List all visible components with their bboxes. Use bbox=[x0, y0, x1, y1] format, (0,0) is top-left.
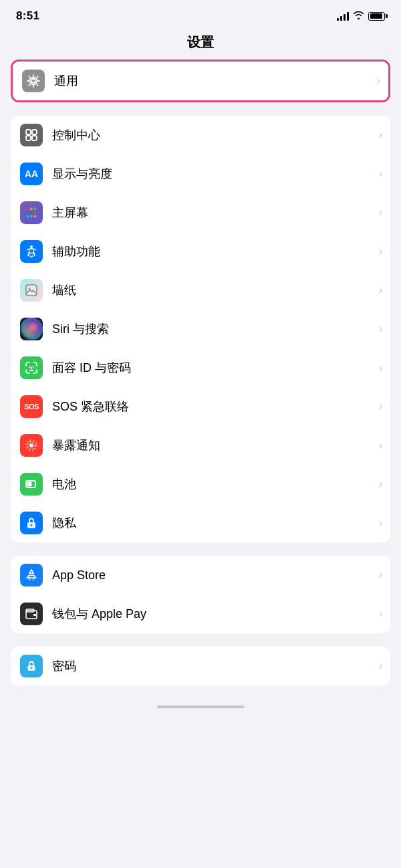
wifi-icon bbox=[353, 11, 364, 21]
appstore-label: App Store bbox=[52, 568, 375, 582]
exposure-chevron: › bbox=[379, 439, 382, 451]
settings-item-wallpaper[interactable]: 墙纸 › bbox=[11, 271, 390, 310]
svg-point-17 bbox=[29, 443, 33, 447]
settings-item-wallet[interactable]: 钱包与 Apple Pay › bbox=[11, 594, 390, 633]
settings-item-faceid[interactable]: 面容 ID 与密码 › bbox=[11, 348, 390, 387]
control-center-chevron: › bbox=[379, 129, 382, 141]
signal-icon bbox=[337, 11, 349, 21]
svg-point-9 bbox=[27, 211, 29, 214]
svg-rect-4 bbox=[26, 136, 31, 140]
svg-point-7 bbox=[30, 208, 33, 211]
svg-rect-5 bbox=[32, 136, 37, 140]
settings-item-exposure[interactable]: 暴露通知 › bbox=[11, 426, 390, 465]
battery-label: 电池 bbox=[52, 476, 375, 492]
battery-settings-icon bbox=[20, 473, 43, 496]
svg-point-14 bbox=[34, 215, 37, 218]
wallpaper-icon bbox=[20, 279, 43, 302]
svg-point-6 bbox=[27, 208, 29, 211]
wallpaper-chevron: › bbox=[379, 284, 382, 296]
sos-label: SOS 紧急联络 bbox=[52, 399, 375, 415]
passwords-section: 密码 › bbox=[11, 647, 390, 685]
general-label: 通用 bbox=[54, 73, 373, 89]
passwords-chevron: › bbox=[379, 660, 382, 672]
store-section: App Store › 钱包与 Apple Pay › bbox=[11, 556, 390, 633]
homescreen-chevron: › bbox=[379, 207, 382, 219]
display-icon: AA bbox=[20, 162, 43, 185]
display-label: 显示与亮度 bbox=[52, 166, 375, 182]
svg-rect-2 bbox=[26, 130, 31, 134]
sos-chevron: › bbox=[379, 401, 382, 413]
settings-item-battery[interactable]: 电池 › bbox=[11, 465, 390, 504]
svg-point-15 bbox=[30, 245, 33, 248]
svg-point-23 bbox=[31, 524, 33, 526]
privacy-chevron: › bbox=[379, 517, 382, 529]
exposure-label: 暴露通知 bbox=[52, 437, 375, 453]
svg-rect-21 bbox=[27, 482, 32, 487]
passwords-label: 密码 bbox=[52, 658, 375, 674]
settings-item-control-center[interactable]: 控制中心 › bbox=[11, 116, 390, 154]
svg-point-8 bbox=[34, 208, 37, 211]
exposure-icon bbox=[20, 434, 43, 457]
wallet-icon bbox=[20, 603, 43, 625]
wallet-label: 钱包与 Apple Pay bbox=[52, 606, 375, 622]
svg-point-10 bbox=[30, 211, 33, 214]
settings-item-accessibility[interactable]: 辅助功能 › bbox=[11, 232, 390, 271]
settings-item-privacy[interactable]: 隐私 › bbox=[11, 504, 390, 542]
svg-point-13 bbox=[30, 215, 33, 218]
svg-rect-3 bbox=[32, 130, 37, 134]
faceid-icon bbox=[20, 356, 43, 379]
main-section: 控制中心 › AA 显示与亮度 › 主屏幕 › bbox=[11, 116, 390, 542]
homescreen-label: 主屏幕 bbox=[52, 205, 375, 221]
siri-label: Siri 与搜索 bbox=[52, 321, 375, 337]
appstore-chevron: › bbox=[379, 569, 382, 581]
home-indicator bbox=[0, 699, 401, 712]
battery-icon bbox=[368, 12, 385, 21]
control-center-icon bbox=[20, 124, 43, 146]
general-chevron: › bbox=[377, 75, 380, 87]
general-icon bbox=[22, 70, 45, 92]
accessibility-chevron: › bbox=[379, 245, 382, 257]
battery-chevron: › bbox=[379, 478, 382, 490]
status-icons bbox=[337, 11, 385, 21]
settings-item-appstore[interactable]: App Store › bbox=[11, 556, 390, 594]
privacy-icon bbox=[20, 512, 43, 534]
settings-item-homescreen[interactable]: 主屏幕 › bbox=[11, 193, 390, 232]
settings-item-display[interactable]: AA 显示与亮度 › bbox=[11, 154, 390, 193]
svg-point-28 bbox=[31, 667, 33, 669]
siri-icon bbox=[20, 318, 43, 340]
settings-item-passwords[interactable]: 密码 › bbox=[11, 647, 390, 685]
appstore-icon bbox=[20, 564, 43, 586]
svg-rect-26 bbox=[33, 614, 36, 616]
settings-item-siri[interactable]: Siri 与搜索 › bbox=[11, 310, 390, 348]
settings-item-sos[interactable]: SOS SOS 紧急联络 › bbox=[11, 387, 390, 426]
display-chevron: › bbox=[379, 168, 382, 180]
faceid-label: 面容 ID 与密码 bbox=[52, 360, 375, 376]
svg-point-11 bbox=[34, 211, 37, 214]
homescreen-icon bbox=[20, 201, 43, 224]
svg-point-12 bbox=[27, 215, 29, 218]
page-title: 设置 bbox=[0, 28, 401, 60]
status-time: 8:51 bbox=[16, 9, 39, 23]
faceid-chevron: › bbox=[379, 362, 382, 374]
control-center-label: 控制中心 bbox=[52, 127, 375, 143]
privacy-label: 隐私 bbox=[52, 515, 375, 531]
wallet-chevron: › bbox=[379, 608, 382, 620]
siri-chevron: › bbox=[379, 323, 382, 335]
passwords-icon bbox=[20, 655, 43, 677]
wallpaper-label: 墙纸 bbox=[52, 282, 375, 298]
accessibility-icon bbox=[20, 240, 43, 263]
svg-point-0 bbox=[31, 79, 35, 83]
status-bar: 8:51 bbox=[0, 0, 401, 28]
home-bar bbox=[157, 706, 244, 708]
settings-item-general[interactable]: 通用 › bbox=[13, 62, 388, 100]
accessibility-label: 辅助功能 bbox=[52, 243, 375, 259]
sos-icon: SOS bbox=[20, 395, 43, 418]
general-section: 通用 › bbox=[11, 60, 390, 102]
